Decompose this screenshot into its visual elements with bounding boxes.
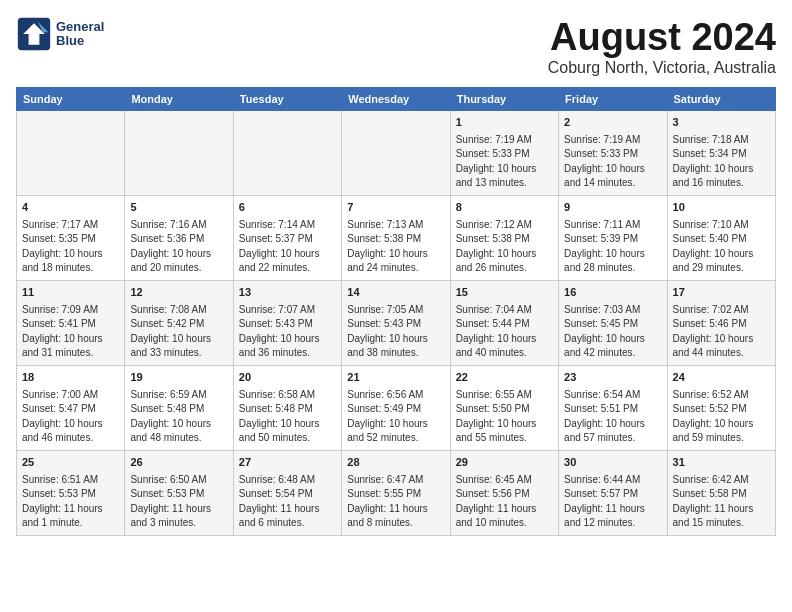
day-number: 5 [130,200,227,216]
day-number: 16 [564,285,661,301]
day-number: 25 [22,455,119,471]
calendar-cell: 17Sunrise: 7:02 AM Sunset: 5:46 PM Dayli… [667,280,775,365]
day-info: Sunrise: 6:55 AM Sunset: 5:50 PM Dayligh… [456,388,553,446]
title-block: August 2024 Coburg North, Victoria, Aust… [548,16,776,77]
logo: General Blue [16,16,104,52]
day-number: 24 [673,370,770,386]
calendar-cell: 18Sunrise: 7:00 AM Sunset: 5:47 PM Dayli… [17,365,125,450]
day-info: Sunrise: 6:52 AM Sunset: 5:52 PM Dayligh… [673,388,770,446]
day-number: 30 [564,455,661,471]
day-info: Sunrise: 7:14 AM Sunset: 5:37 PM Dayligh… [239,218,336,276]
calendar-cell: 30Sunrise: 6:44 AM Sunset: 5:57 PM Dayli… [559,450,667,535]
calendar-cell [17,111,125,196]
day-info: Sunrise: 7:02 AM Sunset: 5:46 PM Dayligh… [673,303,770,361]
day-info: Sunrise: 6:51 AM Sunset: 5:53 PM Dayligh… [22,473,119,531]
day-info: Sunrise: 7:04 AM Sunset: 5:44 PM Dayligh… [456,303,553,361]
day-number: 11 [22,285,119,301]
calendar-cell: 1Sunrise: 7:19 AM Sunset: 5:33 PM Daylig… [450,111,558,196]
day-info: Sunrise: 6:45 AM Sunset: 5:56 PM Dayligh… [456,473,553,531]
day-info: Sunrise: 6:59 AM Sunset: 5:48 PM Dayligh… [130,388,227,446]
calendar-cell: 25Sunrise: 6:51 AM Sunset: 5:53 PM Dayli… [17,450,125,535]
calendar-cell: 5Sunrise: 7:16 AM Sunset: 5:36 PM Daylig… [125,195,233,280]
calendar-cell [125,111,233,196]
calendar-cell: 16Sunrise: 7:03 AM Sunset: 5:45 PM Dayli… [559,280,667,365]
logo-text: General Blue [56,20,104,49]
weekday-header-row: SundayMondayTuesdayWednesdayThursdayFrid… [17,88,776,111]
day-info: Sunrise: 7:13 AM Sunset: 5:38 PM Dayligh… [347,218,444,276]
day-info: Sunrise: 7:19 AM Sunset: 5:33 PM Dayligh… [564,133,661,191]
calendar-cell: 24Sunrise: 6:52 AM Sunset: 5:52 PM Dayli… [667,365,775,450]
day-number: 7 [347,200,444,216]
calendar-cell: 9Sunrise: 7:11 AM Sunset: 5:39 PM Daylig… [559,195,667,280]
day-number: 3 [673,115,770,131]
day-info: Sunrise: 7:00 AM Sunset: 5:47 PM Dayligh… [22,388,119,446]
day-number: 1 [456,115,553,131]
calendar-cell: 8Sunrise: 7:12 AM Sunset: 5:38 PM Daylig… [450,195,558,280]
day-number: 23 [564,370,661,386]
logo-line2: Blue [56,34,104,48]
day-number: 19 [130,370,227,386]
calendar-cell: 26Sunrise: 6:50 AM Sunset: 5:53 PM Dayli… [125,450,233,535]
day-number: 8 [456,200,553,216]
calendar-cell: 22Sunrise: 6:55 AM Sunset: 5:50 PM Dayli… [450,365,558,450]
day-info: Sunrise: 7:16 AM Sunset: 5:36 PM Dayligh… [130,218,227,276]
day-info: Sunrise: 7:07 AM Sunset: 5:43 PM Dayligh… [239,303,336,361]
calendar-table: SundayMondayTuesdayWednesdayThursdayFrid… [16,87,776,536]
day-info: Sunrise: 6:47 AM Sunset: 5:55 PM Dayligh… [347,473,444,531]
calendar-cell: 11Sunrise: 7:09 AM Sunset: 5:41 PM Dayli… [17,280,125,365]
day-number: 29 [456,455,553,471]
day-number: 15 [456,285,553,301]
day-number: 21 [347,370,444,386]
day-number: 12 [130,285,227,301]
calendar-cell: 29Sunrise: 6:45 AM Sunset: 5:56 PM Dayli… [450,450,558,535]
day-info: Sunrise: 7:18 AM Sunset: 5:34 PM Dayligh… [673,133,770,191]
calendar-cell: 12Sunrise: 7:08 AM Sunset: 5:42 PM Dayli… [125,280,233,365]
calendar-week-row: 11Sunrise: 7:09 AM Sunset: 5:41 PM Dayli… [17,280,776,365]
calendar-cell: 21Sunrise: 6:56 AM Sunset: 5:49 PM Dayli… [342,365,450,450]
weekday-header-saturday: Saturday [667,88,775,111]
day-number: 27 [239,455,336,471]
day-info: Sunrise: 7:19 AM Sunset: 5:33 PM Dayligh… [456,133,553,191]
day-info: Sunrise: 7:12 AM Sunset: 5:38 PM Dayligh… [456,218,553,276]
day-number: 28 [347,455,444,471]
calendar-subtitle: Coburg North, Victoria, Australia [548,59,776,77]
calendar-cell: 3Sunrise: 7:18 AM Sunset: 5:34 PM Daylig… [667,111,775,196]
calendar-cell: 31Sunrise: 6:42 AM Sunset: 5:58 PM Dayli… [667,450,775,535]
day-number: 13 [239,285,336,301]
calendar-cell: 7Sunrise: 7:13 AM Sunset: 5:38 PM Daylig… [342,195,450,280]
calendar-cell: 13Sunrise: 7:07 AM Sunset: 5:43 PM Dayli… [233,280,341,365]
calendar-week-row: 18Sunrise: 7:00 AM Sunset: 5:47 PM Dayli… [17,365,776,450]
day-info: Sunrise: 6:48 AM Sunset: 5:54 PM Dayligh… [239,473,336,531]
calendar-cell: 2Sunrise: 7:19 AM Sunset: 5:33 PM Daylig… [559,111,667,196]
calendar-week-row: 4Sunrise: 7:17 AM Sunset: 5:35 PM Daylig… [17,195,776,280]
weekday-header-monday: Monday [125,88,233,111]
day-info: Sunrise: 7:03 AM Sunset: 5:45 PM Dayligh… [564,303,661,361]
day-number: 4 [22,200,119,216]
day-number: 6 [239,200,336,216]
day-info: Sunrise: 7:09 AM Sunset: 5:41 PM Dayligh… [22,303,119,361]
calendar-cell: 28Sunrise: 6:47 AM Sunset: 5:55 PM Dayli… [342,450,450,535]
logo-icon [16,16,52,52]
day-number: 18 [22,370,119,386]
calendar-cell: 4Sunrise: 7:17 AM Sunset: 5:35 PM Daylig… [17,195,125,280]
calendar-cell: 6Sunrise: 7:14 AM Sunset: 5:37 PM Daylig… [233,195,341,280]
day-number: 9 [564,200,661,216]
calendar-title: August 2024 [548,16,776,59]
day-info: Sunrise: 7:10 AM Sunset: 5:40 PM Dayligh… [673,218,770,276]
day-info: Sunrise: 7:11 AM Sunset: 5:39 PM Dayligh… [564,218,661,276]
day-number: 14 [347,285,444,301]
logo-line1: General [56,20,104,34]
calendar-cell: 14Sunrise: 7:05 AM Sunset: 5:43 PM Dayli… [342,280,450,365]
calendar-cell [233,111,341,196]
weekday-header-friday: Friday [559,88,667,111]
day-info: Sunrise: 6:56 AM Sunset: 5:49 PM Dayligh… [347,388,444,446]
day-info: Sunrise: 6:44 AM Sunset: 5:57 PM Dayligh… [564,473,661,531]
day-info: Sunrise: 7:05 AM Sunset: 5:43 PM Dayligh… [347,303,444,361]
page-header: General Blue August 2024 Coburg North, V… [16,16,776,77]
weekday-header-sunday: Sunday [17,88,125,111]
day-info: Sunrise: 7:08 AM Sunset: 5:42 PM Dayligh… [130,303,227,361]
day-info: Sunrise: 6:50 AM Sunset: 5:53 PM Dayligh… [130,473,227,531]
day-number: 10 [673,200,770,216]
day-number: 20 [239,370,336,386]
day-info: Sunrise: 6:58 AM Sunset: 5:48 PM Dayligh… [239,388,336,446]
